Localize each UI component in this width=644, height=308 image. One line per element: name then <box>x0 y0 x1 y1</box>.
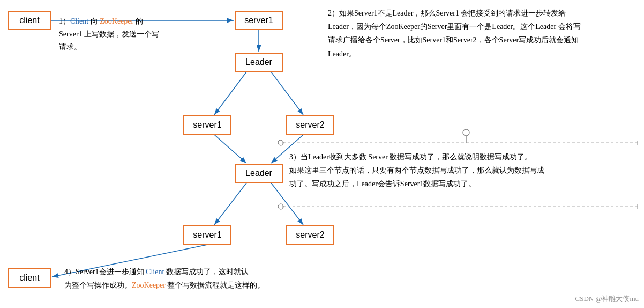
svg-point-13 <box>278 140 283 145</box>
leader-mid-bot-node: Leader <box>235 164 283 183</box>
server2-bot-node: server2 <box>286 225 334 245</box>
svg-line-8 <box>214 183 246 225</box>
svg-point-15 <box>463 129 469 136</box>
client-top-node: client <box>8 11 51 30</box>
watermark: CSDN @神雕大侠mu <box>575 294 639 304</box>
leader-mid-top-node: Leader <box>235 53 283 72</box>
server1-bot-node: server1 <box>183 225 231 245</box>
client-bot-node: client <box>8 268 51 288</box>
server1-top-node: server1 <box>235 11 283 30</box>
annotation-step4: 4）Server1会进一步通知 Client 数据写成功了，这时就认 为整个写操… <box>64 265 311 292</box>
annotation-step2: 2）如果Server1不是Leader，那么Server1 会把接受到的请求进一… <box>328 6 632 61</box>
svg-line-6 <box>214 135 246 163</box>
main-canvas: client server1 Leader server1 server2 Le… <box>0 0 644 308</box>
svg-point-14 <box>278 204 283 209</box>
annotation-step1: 1）Client 向 ZooKeeper 的 Server1 上写数据，发送一个… <box>59 15 209 53</box>
svg-line-5 <box>271 72 303 115</box>
svg-line-4 <box>214 72 246 115</box>
annotation-step3: 3）当Leader收到大多数 Server 数据写成功了，那么就说明数据写成功了… <box>289 150 632 191</box>
server2-mid-node: server2 <box>286 115 334 135</box>
server1-mid-node: server1 <box>183 115 231 135</box>
